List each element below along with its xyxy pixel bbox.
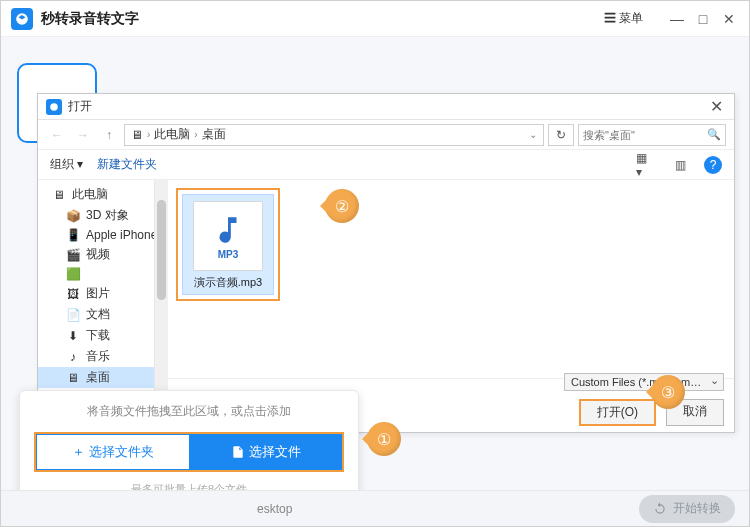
- tree-item[interactable]: 🖥桌面: [38, 367, 167, 388]
- menu-button[interactable]: ☰ 菜单: [604, 10, 643, 27]
- image-icon: 🖼: [66, 287, 80, 301]
- chevron-icon: ›: [147, 129, 150, 140]
- dialog-title: 打开: [68, 98, 92, 115]
- app-bottombar: esktop 更改路径 开始转换: [1, 490, 749, 526]
- phone-icon: 📱: [66, 228, 80, 242]
- app-title: 秒转录音转文字: [41, 10, 139, 28]
- new-folder-button[interactable]: 新建文件夹: [97, 156, 157, 173]
- convert-icon: [653, 502, 667, 516]
- callout-badge-3: ③: [651, 375, 685, 409]
- music-icon: ♪: [66, 350, 80, 364]
- search-box[interactable]: 🔍: [578, 124, 726, 146]
- tree-item-label: 视频: [86, 246, 110, 263]
- upload-buttons: ＋ 选择文件夹 选择文件: [34, 432, 344, 472]
- tree-item-label: 音乐: [86, 348, 110, 365]
- breadcrumb-item[interactable]: 桌面: [202, 126, 226, 143]
- tree-item-label: 此电脑: [72, 186, 108, 203]
- music-note-icon: [211, 213, 245, 247]
- pc-icon: 🖥: [131, 128, 143, 142]
- tree-item-label: 桌面: [86, 369, 110, 386]
- search-icon: 🔍: [707, 128, 721, 141]
- file-tile-selected[interactable]: MP3 演示音频.mp3: [176, 188, 280, 301]
- dialog-toolbar: 组织 ▾ 新建文件夹 ▦ ▾ ▥ ?: [38, 150, 734, 180]
- doc-icon: 📄: [66, 308, 80, 322]
- callout-badge-1: ①: [367, 422, 401, 456]
- app-logo-icon: [11, 8, 33, 30]
- open-button[interactable]: 打开(O): [579, 399, 656, 426]
- tree-item[interactable]: 📱Apple iPhone: [38, 226, 167, 244]
- tree-item[interactable]: 📄文档: [38, 304, 167, 325]
- app-titlebar: 秒转录音转文字 ☰ 菜单 — □ ✕: [1, 1, 749, 37]
- chevron-down-icon[interactable]: ⌄: [529, 129, 537, 140]
- upload-hint: 将音频文件拖拽至此区域，或点击添加: [34, 403, 344, 420]
- search-input[interactable]: [583, 129, 703, 141]
- tree-item-label: Apple iPhone: [86, 228, 157, 242]
- callout-badge-2: ②: [325, 189, 359, 223]
- file-icon: [231, 445, 245, 459]
- select-file-button[interactable]: 选择文件: [190, 434, 342, 470]
- window-close-button[interactable]: ✕: [719, 11, 739, 27]
- dialog-nav: ← → ↑ 🖥 › 此电脑 › 桌面 ⌄ ↻ 🔍: [38, 120, 734, 150]
- tree-item[interactable]: ⬇下载: [38, 325, 167, 346]
- tree-item-label: 文档: [86, 306, 110, 323]
- start-convert-label: 开始转换: [673, 500, 721, 517]
- file-name: 演示音频.mp3: [187, 275, 269, 290]
- dialog-close-button[interactable]: ✕: [706, 97, 726, 116]
- breadcrumb-item[interactable]: 此电脑: [154, 126, 190, 143]
- file-thumbnail: MP3: [193, 201, 263, 271]
- breadcrumb[interactable]: 🖥 › 此电脑 › 桌面 ⌄: [124, 124, 544, 146]
- tree-item[interactable]: 📦3D 对象: [38, 205, 167, 226]
- tree-item[interactable]: ♪音乐: [38, 346, 167, 367]
- dialog-icon: [46, 99, 62, 115]
- select-folder-button[interactable]: ＋ 选择文件夹: [36, 434, 190, 470]
- help-icon[interactable]: ?: [704, 156, 722, 174]
- tree-item-label: 下载: [86, 327, 110, 344]
- file-type-label: MP3: [218, 249, 239, 260]
- tree-item[interactable]: 🖼图片: [38, 283, 167, 304]
- dialog-titlebar: 打开 ✕: [38, 94, 734, 120]
- nav-forward-button[interactable]: →: [72, 124, 94, 146]
- details-pane-button[interactable]: ▥: [670, 155, 690, 175]
- chevron-icon: ›: [194, 129, 197, 140]
- nav-up-button[interactable]: ↑: [98, 124, 120, 146]
- tree-item[interactable]: 🎬视频: [38, 244, 167, 265]
- tree-item[interactable]: 🖥此电脑: [38, 184, 167, 205]
- tree-item[interactable]: 🟩: [38, 265, 167, 283]
- refresh-button[interactable]: ↻: [548, 124, 574, 146]
- tree-item-label: 图片: [86, 285, 110, 302]
- view-mode-button[interactable]: ▦ ▾: [636, 155, 656, 175]
- path-fragment: esktop: [257, 502, 292, 516]
- select-file-label: 选择文件: [249, 443, 301, 461]
- pc-icon: 🖥: [52, 188, 66, 202]
- svg-point-0: [50, 103, 58, 111]
- square-icon: 🟩: [66, 267, 80, 281]
- file-open-dialog: 打开 ✕ ← → ↑ 🖥 › 此电脑 › 桌面 ⌄ ↻: [37, 93, 735, 433]
- window-minimize-button[interactable]: —: [667, 11, 687, 27]
- window-maximize-button[interactable]: □: [693, 11, 713, 27]
- app-window: 秒转录音转文字 ☰ 菜单 — □ ✕ 打开 ✕ ← → ↑ 🖥 ›: [0, 0, 750, 527]
- organize-menu[interactable]: 组织 ▾: [50, 156, 83, 173]
- download-icon: ⬇: [66, 329, 80, 343]
- video-icon: 🎬: [66, 248, 80, 262]
- 3d-icon: 📦: [66, 209, 80, 223]
- desktop-icon: 🖥: [66, 371, 80, 385]
- nav-back-button[interactable]: ←: [46, 124, 68, 146]
- tree-item-label: 3D 对象: [86, 207, 129, 224]
- start-convert-button[interactable]: 开始转换: [639, 495, 735, 523]
